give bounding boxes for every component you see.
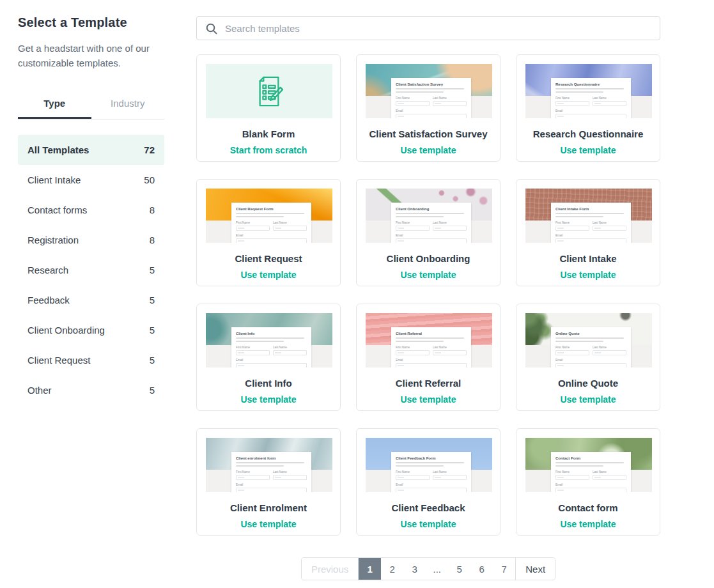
mini-email-label: Email <box>555 233 626 238</box>
template-card[interactable]: Client enrolment form First Name Last Na… <box>196 428 341 536</box>
mini-last-name-label: Last Name <box>593 470 626 474</box>
category-item-client-request[interactable]: Client Request 5 <box>18 345 164 375</box>
pagination-page-button[interactable]: 3 <box>403 558 426 580</box>
template-card[interactable]: Client Onboarding First Name Last Name E… <box>356 179 501 286</box>
template-title: Client Feedback <box>366 502 491 513</box>
mini-last-name-label: Last Name <box>433 345 467 350</box>
mini-email-input <box>236 363 307 368</box>
template-card[interactable]: Client Intake Form First Name Last Name … <box>516 179 660 286</box>
pagination-pages: 1 2 3 ... 5 6 7 <box>359 558 515 580</box>
use-template-link[interactable]: Use template <box>206 519 331 529</box>
mini-form-text-line <box>555 88 624 89</box>
thumbnail-form-preview: Research Questionnaire First Name Last N… <box>551 78 631 118</box>
search-input[interactable] <box>197 17 660 40</box>
category-item-research[interactable]: Research 5 <box>18 255 164 285</box>
mini-form-text-line <box>236 465 284 467</box>
page-title: Select a Template <box>18 15 164 30</box>
category-label: Contact forms <box>27 205 87 215</box>
template-thumbnail: Client Referral First Name Last Name Ema… <box>366 313 492 368</box>
mini-email-input <box>555 363 626 368</box>
mini-email-input <box>236 238 307 243</box>
use-template-link[interactable]: Use template <box>525 519 651 529</box>
mini-first-name-label: First Name <box>555 96 589 100</box>
use-template-link[interactable]: Use template <box>366 519 491 529</box>
mini-form-text-line <box>236 462 304 463</box>
mini-first-name-input <box>555 101 589 106</box>
mini-form-text-line <box>236 213 304 214</box>
use-template-link[interactable]: Use template <box>206 270 331 280</box>
mini-form-text-line <box>396 341 444 342</box>
pagination-page-button[interactable]: 5 <box>448 558 470 580</box>
mini-email-label: Email <box>555 483 626 487</box>
category-count: 5 <box>150 385 155 396</box>
template-title: Research Questionnaire <box>525 128 651 139</box>
mini-email-input <box>396 363 467 368</box>
mini-last-name-input <box>433 475 467 480</box>
use-template-link[interactable]: Use template <box>366 394 491 405</box>
tab-industry[interactable]: Industry <box>91 93 165 119</box>
template-gallery-page: Select a Template Get a headstart with o… <box>0 0 714 588</box>
category-item-other[interactable]: Other 5 <box>18 375 164 405</box>
category-item-client-intake[interactable]: Client Intake 50 <box>18 165 164 195</box>
pagination-previous-button[interactable]: Previous <box>302 558 359 580</box>
search-icon <box>205 22 218 35</box>
template-card[interactable]: Research Questionnaire First Name Last N… <box>516 54 660 162</box>
tab-type[interactable]: Type <box>18 93 91 119</box>
use-template-link[interactable]: Use template <box>525 145 651 155</box>
category-label: Research <box>27 265 68 275</box>
mini-first-name-input <box>396 226 430 231</box>
mini-last-name-label: Last Name <box>433 96 467 100</box>
use-template-link[interactable]: Start from scratch <box>206 145 331 155</box>
category-count: 8 <box>150 235 155 245</box>
thumbnail-form-preview: Client Intake Form First Name Last Name … <box>551 203 631 243</box>
mini-form-text-line <box>396 91 444 93</box>
thumbnail-form-preview: Client Referral First Name Last Name Ema… <box>391 327 471 368</box>
mini-last-name-input <box>273 475 307 480</box>
pagination-page-button[interactable]: 1 <box>359 558 381 580</box>
category-item-client-onboarding[interactable]: Client Onboarding 5 <box>18 315 164 345</box>
category-count: 8 <box>150 205 155 215</box>
mini-last-name-label: Last Name <box>593 96 626 100</box>
template-card[interactable]: Client Satisfaction Survey First Name La… <box>356 54 501 162</box>
template-card[interactable]: Client Request Form First Name Last Name… <box>196 179 341 286</box>
template-card[interactable]: Client Referral First Name Last Name Ema… <box>356 304 501 411</box>
use-template-link[interactable]: Use template <box>206 394 331 405</box>
template-card[interactable]: First Name Last Name Email Blank Form St… <box>196 54 341 162</box>
thumbnail-form-preview: Online Quote First Name Last Name Email <box>551 327 631 368</box>
template-title: Client Referral <box>366 378 491 389</box>
pagination-page-button[interactable]: 6 <box>470 558 493 580</box>
template-thumbnail: Online Quote First Name Last Name Email <box>525 313 652 368</box>
thumbnail-form-preview: Client enrolment form First Name Last Na… <box>231 452 311 492</box>
template-card[interactable]: Client Info First Name Last Name Email <box>196 304 341 411</box>
template-card[interactable]: Online Quote First Name Last Name Email <box>516 304 660 411</box>
category-item-contact-forms[interactable]: Contact forms 8 <box>18 195 164 225</box>
mini-form-text-line <box>396 216 444 217</box>
mini-last-name-label: Last Name <box>433 220 467 225</box>
mini-first-name-label: First Name <box>555 345 589 350</box>
mini-form-title: Research Questionnaire <box>555 82 626 86</box>
pagination-page-button[interactable]: 2 <box>381 558 403 580</box>
template-thumbnail: Client Request Form First Name Last Name… <box>206 189 332 243</box>
use-template-link[interactable]: Use template <box>525 394 651 405</box>
mini-form-text-line <box>236 337 304 339</box>
mini-form-text-line <box>555 337 624 339</box>
use-template-link[interactable]: Use template <box>525 270 651 280</box>
mini-email-input <box>396 488 467 492</box>
use-template-link[interactable]: Use template <box>366 145 491 155</box>
mini-last-name-label: Last Name <box>273 220 307 225</box>
mini-form-text-line <box>555 465 603 467</box>
mini-first-name-label: First Name <box>396 220 430 225</box>
category-item-feedback[interactable]: Feedback 5 <box>18 285 164 315</box>
mini-form-text-line <box>236 216 284 217</box>
category-label: Client Intake <box>27 174 81 185</box>
mini-email-input <box>555 488 626 492</box>
pagination-next-button[interactable]: Next <box>515 558 555 580</box>
use-template-link[interactable]: Use template <box>366 270 491 280</box>
category-item-all-templates[interactable]: All Templates 72 <box>18 135 164 165</box>
category-item-registration[interactable]: Registration 8 <box>18 225 164 255</box>
template-card[interactable]: Client Feedback Form First Name Last Nam… <box>356 428 501 536</box>
template-card[interactable]: Contact Form First Name Last Name Email <box>516 428 660 536</box>
mini-email-label: Email <box>555 358 626 362</box>
pagination-page-button[interactable]: 7 <box>493 558 515 580</box>
template-thumbnail: Research Questionnaire First Name Last N… <box>525 64 652 118</box>
